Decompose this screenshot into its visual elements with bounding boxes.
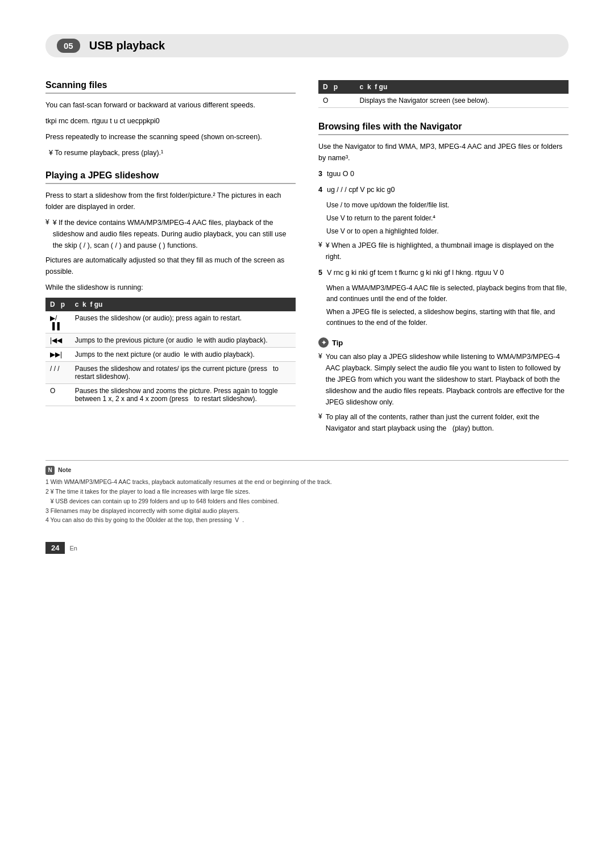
row3-col1: ▶▶| — [45, 348, 70, 362]
row4-col1: / / / — [45, 362, 70, 384]
step3-text: tguu O 0 — [327, 168, 354, 180]
nav-row1-col1: O — [318, 94, 355, 108]
step4-sub3: Use V or to open a highlighted folder. — [326, 226, 569, 237]
content-area: Scanning files You can fast-scan forward… — [45, 80, 569, 437]
slideshow-col1-header: D p — [45, 298, 70, 311]
row1-col1: ▶/▐▐ — [45, 311, 70, 333]
page-number: 24 — [45, 542, 65, 554]
chapter-number: 05 — [57, 39, 80, 53]
scanning-files-heading: Scanning files — [45, 80, 296, 94]
nav-row1-col2: Displays the Navigator screen (see below… — [355, 94, 569, 108]
tip-label: Tip — [332, 339, 343, 347]
jpeg-heading: Playing a JPEG slideshow — [45, 170, 296, 184]
table-row: ▶▶| Jumps to the next picture (or audio … — [45, 348, 296, 362]
step3-num: 3 — [318, 168, 322, 180]
page-lang: En — [69, 545, 77, 552]
nav-col1-header: D p — [318, 80, 355, 94]
scanning-para3: Press repeatedly to increase the scannin… — [45, 131, 296, 143]
browsing-heading: Browsing files with the Navigator — [318, 122, 569, 135]
scanning-files-section: Scanning files You can fast-scan forward… — [45, 80, 296, 158]
note-item1: 1 With WMA/MP3/MPEG-4 AAC tracks, playba… — [45, 477, 569, 487]
step-5: 5 V rnc g ki nki gf tcem t fkurnc g ki n… — [318, 267, 569, 278]
scanning-para2: tkpi rnc dcem. rtguu t u ct uecppkpi0 — [45, 115, 296, 127]
step-4: 4 ug / / / cpf V pc kic g0 — [318, 184, 569, 195]
tip-bullet2-text: To play all of the contents, rather than… — [326, 411, 569, 434]
table-row: ▶/▐▐ Pauses the slideshow (or audio); pr… — [45, 311, 296, 333]
chapter-title: USB playback — [89, 39, 165, 52]
note-item2b: ¥ USB devices can contain up to 299 fold… — [45, 496, 569, 506]
scanning-para1: You can fast-scan forward or backward at… — [45, 99, 296, 111]
note-icon: N — [45, 466, 55, 475]
note-item4: 4 You can also do this by going to the 0… — [45, 515, 569, 525]
table-row: / / / Pauses the slideshow and rotates/ … — [45, 362, 296, 384]
tip-bullet1-text: You can also play a JPEG slideshow while… — [326, 351, 569, 408]
row1-col2: Pauses the slideshow (or audio); press a… — [70, 311, 296, 333]
navigator-small-table: D p c k f gu O Displays the Navigator sc… — [318, 80, 569, 108]
row5-col2: Pauses the slideshow and zooms the pictu… — [70, 384, 296, 406]
row4-col2: Pauses the slideshow and rotates/ ips th… — [70, 362, 296, 384]
chapter-header: 05 USB playback — [45, 34, 569, 57]
table-row: O Displays the Navigator screen (see bel… — [318, 94, 569, 108]
row2-col1: |◀◀ — [45, 333, 70, 348]
step5-num: 5 — [318, 267, 322, 278]
table-row: O Pauses the slideshow and zooms the pic… — [45, 384, 296, 406]
note-label: Note — [58, 465, 71, 475]
note-item3: 3 Filenames may be displayed incorrectly… — [45, 506, 569, 516]
scanning-bullet1: ¥ To resume playback, press (play).¹ — [45, 147, 296, 158]
left-column: Scanning files You can fast-scan forward… — [45, 80, 296, 437]
step4-text: ug / / / cpf V pc kic g0 — [327, 184, 395, 195]
nav-col2-header: c k f gu — [355, 80, 569, 94]
right-column: D p c k f gu O Displays the Navigator sc… — [318, 80, 569, 437]
step5-sub2: When a JPEG file is selected, a slidesho… — [326, 307, 569, 328]
tip-bullet2: ¥ To play all of the contents, rather th… — [318, 411, 569, 434]
jpeg-para3: While the slideshow is running: — [45, 282, 296, 293]
step5-sub1: When a WMA/MP3/MPEG-4 AAC file is select… — [326, 283, 569, 304]
step4-sub1: Use / to move up/down the folder/file li… — [326, 200, 569, 211]
tip-section: ✦ Tip ¥ You can also play a JPEG slidesh… — [318, 337, 569, 434]
jpeg-para2: Pictures are automatically adjusted so t… — [45, 254, 296, 277]
jpeg-bullet1: ¥ ¥ If the device contains WMA/MP3/MPEG-… — [45, 217, 296, 251]
browsing-para1: Use the Navigator to find WMA, MP3, MPEG… — [318, 141, 569, 164]
slideshow-table: D p c k f gu ▶/▐▐ Pauses the slideshow (… — [45, 298, 296, 406]
step4-num: 4 — [318, 184, 322, 195]
step5-text: V rnc g ki nki gf tcem t fkurnc g ki nki… — [327, 267, 504, 278]
row5-col1: O — [45, 384, 70, 406]
row3-col2: Jumps to the next picture (or audio le w… — [70, 348, 296, 362]
jpeg-para1: Press to start a slideshow from the firs… — [45, 190, 296, 212]
row2-col2: Jumps to the previous picture (or audio … — [70, 333, 296, 348]
note-header: N Note — [45, 465, 569, 475]
step4-bullet: ¥ ¥ When a JPEG file is highlighted, a t… — [318, 240, 569, 262]
jpeg-bullet1-text: ¥ If the device contains WMA/MP3/MPEG-4 … — [53, 217, 296, 251]
tip-icon: ✦ — [318, 337, 329, 348]
slideshow-col2-header: c k f gu — [70, 298, 296, 311]
note-item2: 2 ¥ The time it takes for the player to … — [45, 487, 569, 496]
note-section: N Note 1 With WMA/MP3/MPEG-4 AAC tracks,… — [45, 460, 569, 525]
tip-bullet1: ¥ You can also play a JPEG slideshow whi… — [318, 351, 569, 408]
step4-bullet-text: ¥ When a JPEG file is highlighted, a thu… — [326, 240, 569, 262]
table-row: |◀◀ Jumps to the previous picture (or au… — [45, 333, 296, 348]
step-3: 3 tguu O 0 — [318, 168, 569, 180]
scanning-bullet1-text: ¥ To resume playback, press (play).¹ — [49, 147, 163, 158]
step4-sub2: Use V to return to the parent folder.⁴ — [326, 213, 569, 224]
page-number-bar: 24 En — [45, 542, 569, 554]
jpeg-slideshow-section: Playing a JPEG slideshow Press to start … — [45, 170, 296, 406]
tip-header: ✦ Tip — [318, 337, 569, 348]
browsing-section: Browsing files with the Navigator Use th… — [318, 122, 569, 328]
